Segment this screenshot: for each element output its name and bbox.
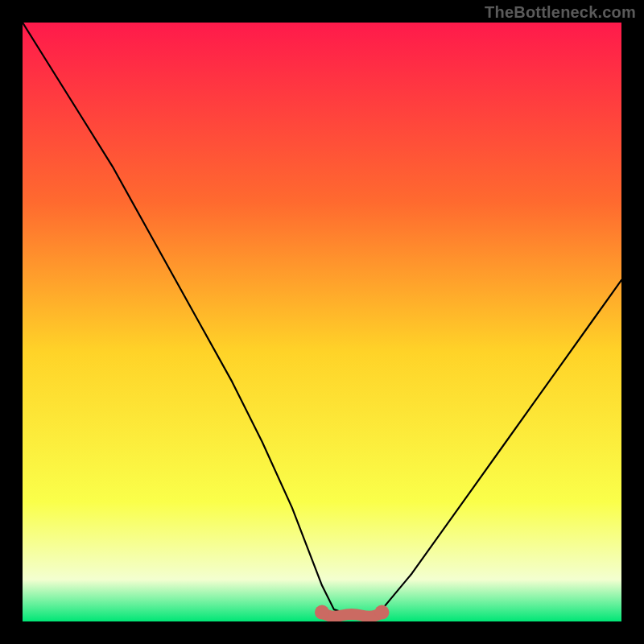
bottleneck-plot xyxy=(23,23,621,621)
accent-flat-segment xyxy=(322,613,382,617)
accent-endpoint-right xyxy=(374,605,389,620)
gradient-background xyxy=(23,23,621,621)
accent-endpoint-left xyxy=(315,605,329,620)
chart-frame: TheBottleneck.com xyxy=(0,0,644,644)
attribution-text: TheBottleneck.com xyxy=(485,3,636,22)
